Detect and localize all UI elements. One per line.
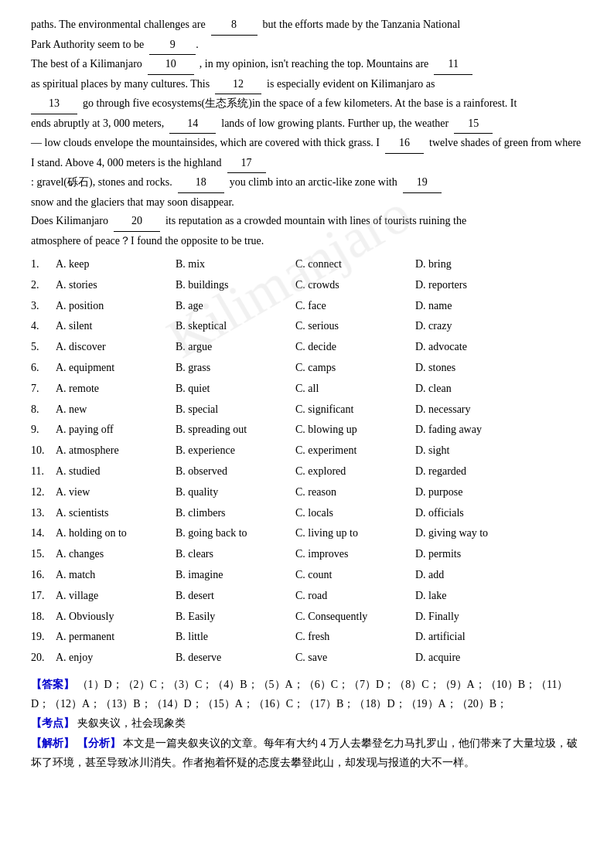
option-a-10: A. atmosphere: [56, 441, 176, 460]
passage-line-1: paths. The environmental challenges are …: [31, 15, 583, 36]
option-a-1: A. keep: [56, 255, 176, 274]
option-a-15: A. changes: [56, 545, 176, 563]
option-d-5: D. advocate: [415, 338, 508, 356]
option-num-1: 1.: [31, 255, 56, 274]
option-d-13: D. officials: [415, 504, 508, 523]
passage-text-2a: Park Authority seem to be: [31, 39, 144, 50]
option-d-3: D. name: [415, 297, 508, 315]
option-row-10: 10.A. atmosphereB. experienceC. experime…: [31, 441, 583, 460]
option-b-13: B. climbers: [176, 504, 295, 523]
passage-line-4c: — low clouds envelope the mountainsides,…: [31, 134, 583, 173]
passage-text-3d: is especially evident on Kilimanjaro as: [267, 78, 435, 90]
option-a-17: A. village: [56, 587, 176, 605]
option-row-19: 19.A. permanentB. littleC. freshD. artif…: [31, 628, 583, 646]
passage-line-2: Park Authority seem to be 9.: [31, 36, 583, 56]
option-b-15: B. clears: [176, 545, 295, 563]
passage-line-5: Does Kilimanjaro 20 its reputation as a …: [31, 212, 583, 232]
blank-13: 13: [31, 94, 77, 114]
passage-text-4f: you climb into an arctic-like zone with: [230, 176, 397, 188]
passage-text-5c: atmosphere of peace？I found the opposite…: [31, 235, 264, 247]
answer-row: 【答案】 （1）D；（2）C；（3）C；（4）B；（5）A；（6）C；（7）D；…: [31, 675, 583, 713]
option-b-7: B. quiet: [176, 380, 295, 398]
option-d-6: D. stones: [415, 359, 508, 377]
option-num-16: 16.: [31, 566, 56, 584]
option-d-20: D. acquire: [415, 648, 508, 667]
option-d-19: D. artificial: [415, 628, 508, 646]
option-c-7: C. all: [295, 380, 415, 398]
option-b-12: B. quality: [176, 483, 295, 502]
option-a-12: A. view: [56, 483, 176, 502]
option-c-18: C. Consequently: [295, 608, 415, 626]
blank-12: 12: [215, 75, 261, 95]
option-a-14: A. holding on to: [56, 524, 176, 543]
blank-11: 11: [434, 55, 472, 75]
answer-text: （1）D；（2）C；（3）C；（4）B；（5）A；（6）C；（7）D；（8）C；…: [31, 679, 568, 710]
option-c-9: C. blowing up: [295, 420, 415, 439]
option-a-5: A. discover: [56, 338, 176, 356]
option-c-11: C. explored: [295, 462, 415, 481]
option-c-8: C. significant: [295, 400, 415, 419]
kaodian-text: 夹叙夹议，社会现象类: [77, 717, 186, 729]
option-b-16: B. imagine: [176, 566, 295, 584]
blank-17: 17: [227, 154, 266, 174]
blank-16: 16: [385, 134, 424, 154]
jiexi-label: 【解析】: [31, 737, 74, 749]
passage-text-5a: Does Kilimanjaro: [31, 215, 108, 226]
option-b-20: B. deserve: [176, 648, 295, 667]
answer-section: 【答案】 （1）D；（2）C；（3）C；（4）B；（5）A；（6）C；（7）D；…: [31, 675, 583, 772]
option-num-12: 12.: [31, 483, 56, 502]
option-num-2: 2.: [31, 276, 56, 294]
option-row-20: 20.A. enjoyB. deserveC. saveD. acquire: [31, 648, 583, 667]
option-b-6: B. grass: [176, 359, 295, 377]
passage-text-3c: as spiritual places by many cultures. Th…: [31, 78, 210, 90]
option-b-18: B. Easily: [176, 608, 295, 626]
option-d-11: D. regarded: [415, 462, 508, 481]
option-c-6: C. camps: [295, 359, 415, 377]
option-num-6: 6.: [31, 359, 56, 377]
option-c-14: C. living up to: [295, 524, 415, 543]
option-num-15: 15.: [31, 545, 56, 563]
option-row-5: 5.A. discoverB. argueC. decideD. advocat…: [31, 338, 583, 356]
option-b-17: B. desert: [176, 587, 295, 605]
passage-text-3b: , in my opinion, isn't reaching the top.…: [200, 58, 428, 70]
passage-line-5c: atmosphere of peace？I found the opposite…: [31, 232, 583, 251]
blank-19: 19: [403, 173, 442, 193]
option-num-3: 3.: [31, 297, 56, 315]
option-a-2: A. stories: [56, 276, 176, 294]
option-d-2: D. reporters: [415, 276, 508, 294]
passage-text-4a: ends abruptly at 3, 000 meters,: [31, 117, 164, 129]
option-c-2: C. crowds: [295, 276, 415, 294]
blank-9: 9: [149, 36, 196, 56]
option-num-19: 19.: [31, 628, 56, 646]
option-a-19: A. permanent: [56, 628, 176, 646]
option-b-14: B. going back to: [176, 524, 295, 543]
option-b-10: B. experience: [176, 441, 295, 460]
passage-text-3a: The best of a Kilimanjaro: [31, 58, 142, 70]
option-c-1: C. connect: [295, 255, 415, 274]
option-row-13: 13.A. scientistsB. climbersC. localsD. o…: [31, 504, 583, 523]
passage-line-3c: as spiritual places by many cultures. Th…: [31, 75, 583, 95]
option-d-12: D. purpose: [415, 483, 508, 502]
passage-line-4e: : gravel(砾石), stones and rocks. 18 you c…: [31, 173, 583, 193]
option-c-12: C. reason: [295, 483, 415, 502]
option-b-19: B. little: [176, 628, 295, 646]
option-row-6: 6.A. equipmentB. grassC. campsD. stones: [31, 359, 583, 377]
option-d-10: D. sight: [415, 441, 508, 460]
option-row-7: 7.A. remoteB. quietC. allD. clean: [31, 380, 583, 398]
option-d-1: D. bring: [415, 255, 508, 274]
blank-14: 14: [169, 114, 216, 134]
option-num-9: 9.: [31, 420, 56, 439]
option-a-13: A. scientists: [56, 504, 176, 523]
option-row-1: 1.A. keepB. mixC. connectD. bring: [31, 255, 583, 274]
option-row-11: 11.A. studiedB. observedC. exploredD. re…: [31, 462, 583, 481]
option-d-16: D. add: [415, 566, 508, 584]
blank-18: 18: [178, 173, 224, 193]
passage-text-4g: snow and the glaciers that may soon disa…: [31, 196, 234, 208]
option-d-17: D. lake: [415, 587, 508, 605]
option-row-16: 16.A. matchB. imagineC. countD. add: [31, 566, 583, 584]
passage-text-4b: lands of low growing plants. Further up,…: [221, 117, 449, 129]
option-b-4: B. skeptical: [176, 317, 295, 335]
passage-line-4g: snow and the glaciers that may soon disa…: [31, 193, 583, 213]
option-a-4: A. silent: [56, 317, 176, 335]
passage-section: paths. The environmental challenges are …: [31, 15, 583, 250]
